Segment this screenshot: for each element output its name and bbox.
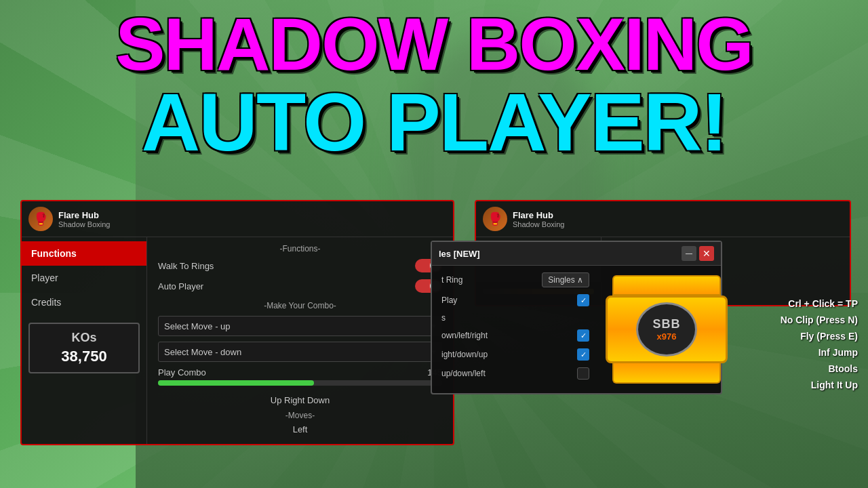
hint-fly: Fly (Press E) (781, 331, 858, 342)
sidebar-item-player[interactable]: Player (22, 266, 146, 290)
panel-left-body: Functions Player Credits KOs 38,750 -Fun… (22, 237, 453, 444)
play-combo-progress-fill (158, 380, 314, 386)
combo-section-title: -Make Your Combo- (158, 301, 442, 310)
dialog-row-own: own/left/right ✓ (441, 329, 589, 342)
functions-section-title: -Functions- (158, 244, 442, 253)
ko-value: 38,750 (37, 348, 132, 365)
dialog-play-label: Play (441, 296, 577, 305)
dialog-ring-value[interactable]: Singles ∧ (542, 272, 589, 287)
hints-panel: Crl + Click = TP No Clip (Press N) Fly (… (781, 298, 858, 396)
sidebar-item-functions[interactable]: Functions (22, 241, 146, 266)
select-move-down-label: Select Move - down (164, 347, 431, 357)
dialog-updown-label: up/down/left (441, 369, 577, 378)
walk-to-rings-label: Walk To Rings (158, 261, 415, 271)
panel-right-title-block: Flare Hub Shadow Boxing (513, 210, 843, 228)
dialog-title: les [NEW] (439, 249, 679, 259)
belt-bottom (612, 363, 721, 384)
select-move-up-row[interactable]: Select Move - up ▾ (158, 316, 442, 336)
panel-title-block: Flare Hub Shadow Boxing (58, 210, 446, 228)
dialog-ight-checkbox[interactable]: ✓ (577, 348, 589, 361)
dialog-row-ring: t Ring Singles ∧ (441, 272, 589, 287)
dialog-row-ight: ight/down/up ✓ (441, 348, 589, 361)
select-move-up-label: Select Move - up (164, 321, 431, 331)
logo-container: SBB x976 (599, 266, 721, 393)
logo-badge: SBB x976 (606, 275, 714, 384)
panel-game-name: Shadow Boxing (58, 220, 446, 228)
walk-to-rings-row: Walk To Rings (158, 259, 442, 272)
panel-left-header: 🥊 Flare Hub Shadow Boxing (22, 201, 453, 237)
avatar-right: 🥊 (483, 207, 507, 231)
move-item-left: Left (158, 424, 442, 434)
dialog-own-checkbox[interactable]: ✓ (577, 329, 589, 342)
hint-crl-click: Crl + Click = TP (781, 298, 858, 309)
panel-hub-name: Flare Hub (58, 210, 446, 220)
dialog-minimize-button[interactable]: ─ (682, 246, 696, 261)
dialog-s-label: s (441, 313, 589, 323)
belt-main: SBB x976 (606, 296, 728, 363)
logo-text-sbb: SBB (652, 317, 680, 331)
panel-right-header: 🥊 Flare Hub Shadow Boxing (476, 201, 850, 237)
belt-top (612, 275, 721, 296)
dialog-main: t Ring Singles ∧ Play ✓ s own/left/right… (432, 266, 599, 393)
hint-light-it-up: Light It Up (781, 380, 858, 390)
hint-inf-jump: Inf Jump (781, 347, 858, 358)
dialog-updown-checkbox[interactable] (577, 367, 589, 380)
dialog-body: t Ring Singles ∧ Play ✓ s own/left/right… (432, 266, 721, 393)
dialog-titlebar: les [NEW] ─ ✕ (432, 242, 721, 266)
sidebar: Functions Player Credits KOs 38,750 (22, 237, 147, 444)
hint-btools: Btools (781, 363, 858, 374)
dialog-ring-label: t Ring (441, 275, 542, 285)
panel-right-hub-name: Flare Hub (513, 210, 843, 220)
auto-player-label: Auto Player (158, 281, 415, 291)
ko-box: KOs 38,750 (28, 323, 140, 373)
logo-center-plate: SBB x976 (636, 302, 697, 357)
play-combo-label: Play Combo (158, 367, 427, 378)
auto-player-row: Auto Player (158, 279, 442, 293)
dialog-ight-label: ight/down/up (441, 350, 577, 359)
sidebar-item-credits[interactable]: Credits (22, 290, 146, 314)
main-content: -Functions- Walk To Rings Auto Player -M… (147, 237, 453, 444)
panel-right-game-name: Shadow Boxing (513, 220, 843, 228)
dialog-row-play: Play ✓ (441, 294, 589, 306)
hint-no-clip: No Clip (Press N) (781, 314, 858, 325)
dialog-own-label: own/left/right (441, 331, 577, 340)
dialog-row-updown: up/down/left (441, 367, 589, 380)
panel-left: 🥊 Flare Hub Shadow Boxing Functions Play… (20, 200, 454, 445)
dialog-row-s: s (441, 313, 589, 323)
moves-title: -Moves- (158, 411, 442, 420)
dialog-play-checkbox[interactable]: ✓ (577, 294, 589, 306)
combo-text: Up Right Down (158, 395, 442, 405)
dialog-close-button[interactable]: ✕ (699, 246, 714, 261)
select-move-down-row[interactable]: Select Move - down ▾ (158, 342, 442, 362)
play-combo-row: Play Combo 145 (158, 367, 442, 378)
ko-label: KOs (37, 331, 132, 345)
logo-text-x: x976 (657, 331, 677, 342)
overlay-dialog: les [NEW] ─ ✕ t Ring Singles ∧ Play ✓ s … (431, 241, 722, 394)
avatar-left: 🥊 (28, 207, 53, 231)
play-combo-progress-bar (158, 380, 442, 386)
